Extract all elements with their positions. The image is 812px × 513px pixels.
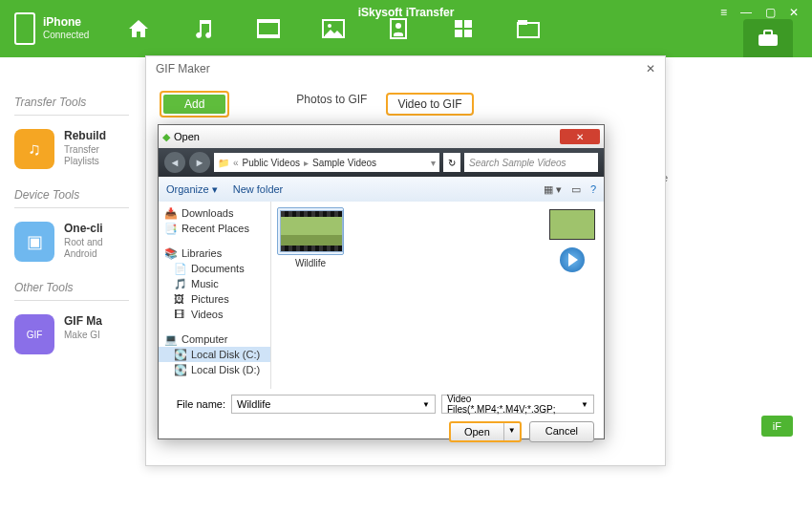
- video-icon[interactable]: [257, 17, 280, 40]
- dialog-close-button[interactable]: ✕: [560, 129, 600, 144]
- add-button[interactable]: Add: [160, 91, 229, 118]
- device-name: iPhone: [43, 15, 89, 29]
- svg-rect-7: [455, 20, 462, 28]
- sidebar-head-device: Device Tools: [14, 169, 129, 208]
- view-options-button[interactable]: ▦ ▾: [544, 183, 562, 196]
- create-gif-button[interactable]: iF: [761, 416, 793, 437]
- tree-documents[interactable]: 📄Documents: [159, 261, 270, 276]
- tree-music[interactable]: 🎵Music: [159, 276, 270, 291]
- modal-close-icon[interactable]: ✕: [646, 62, 655, 75]
- svg-rect-2: [258, 34, 279, 37]
- app-title: iSkysoft iTransfer: [358, 6, 455, 19]
- explorer-icon[interactable]: [517, 17, 540, 40]
- device-status: Connected: [43, 29, 89, 42]
- svg-rect-11: [518, 23, 539, 37]
- video-thumb-icon: [280, 210, 343, 252]
- sidebar-head-transfer: Transfer Tools: [14, 76, 129, 116]
- apps-icon[interactable]: [452, 17, 475, 40]
- file-wildlife[interactable]: Wildlife: [277, 207, 344, 268]
- tree-disk-c[interactable]: 💽Local Disk (C:): [159, 347, 270, 362]
- tree-videos[interactable]: 🎞Videos: [159, 307, 270, 322]
- cancel-button[interactable]: Cancel: [529, 421, 594, 442]
- sidebar: Transfer Tools ♫ Rebuild Transfer Playli…: [0, 76, 143, 354]
- play-button[interactable]: [560, 247, 585, 272]
- file-caption: Wildlife: [277, 258, 344, 268]
- file-list: Wildlife: [271, 202, 541, 389]
- preview-pane: [541, 202, 604, 389]
- music-icon[interactable]: [192, 17, 215, 40]
- sidebar-item-rebuild[interactable]: ♫ Rebuild Transfer Playlists: [14, 129, 129, 169]
- organize-menu[interactable]: Organize ▾: [166, 183, 218, 196]
- gifmaker-desc: Make GI: [64, 330, 102, 341]
- help-button[interactable]: ?: [590, 183, 596, 196]
- photo-icon[interactable]: [322, 17, 345, 40]
- filename-label: File name:: [168, 398, 225, 410]
- svg-rect-10: [464, 30, 472, 37]
- path-seg-1[interactable]: Public Videos: [243, 158, 300, 168]
- nav-tabs: [127, 17, 540, 40]
- oneclick-title: One-cli: [64, 222, 129, 235]
- home-icon[interactable]: [127, 17, 150, 40]
- toolbox-tab[interactable]: [743, 19, 793, 57]
- preview-pane-button[interactable]: ▭: [571, 183, 581, 196]
- preview-image: [549, 209, 595, 240]
- path-seg-2[interactable]: Sample Videos: [312, 158, 376, 168]
- open-title: Open: [174, 131, 200, 142]
- open-dialog: ◆ Open ✕ ◄ ► 📁 « Public Videos ▸ Sample …: [158, 124, 605, 439]
- tab-photos-to-gif[interactable]: Photos to GIF: [296, 93, 367, 116]
- app-badge-icon: ◆: [162, 131, 170, 143]
- folder-icon: 📁: [218, 158, 229, 168]
- open-button[interactable]: Open▼: [449, 421, 522, 442]
- rebuild-icon: ♫: [14, 129, 54, 169]
- svg-point-6: [395, 23, 401, 29]
- rebuild-desc: Transfer Playlists: [64, 144, 129, 167]
- gif-icon: GIF: [14, 314, 54, 354]
- menu-icon[interactable]: ≡: [716, 4, 731, 21]
- app-header: iSkysoft iTransfer ≡ — ▢ ✕ iPhone Connec…: [0, 0, 812, 57]
- nav-back-button[interactable]: ◄: [164, 152, 185, 173]
- rebuild-title: Rebuild: [64, 129, 129, 142]
- add-button-label: Add: [163, 95, 225, 114]
- tree-downloads[interactable]: 📥Downloads: [159, 205, 270, 221]
- filetype-select[interactable]: Video Files(*.MP4;*.M4V;*.3GP;▼: [441, 395, 594, 414]
- sidebar-item-oneclick[interactable]: ▣ One-cli Root and Android: [14, 222, 129, 262]
- oneclick-desc: Root and Android: [64, 237, 129, 260]
- svg-rect-14: [764, 31, 772, 35]
- tab-video-to-gif[interactable]: Video to GIF: [386, 93, 473, 116]
- svg-point-4: [328, 24, 331, 28]
- filename-input[interactable]: Wildlife▼: [231, 395, 436, 414]
- phone-icon: [14, 12, 35, 45]
- device-info: iPhone Connected: [14, 12, 89, 45]
- svg-rect-9: [455, 30, 462, 37]
- tree-pictures[interactable]: 🖼Pictures: [159, 291, 270, 307]
- sidebar-item-gifmaker[interactable]: GIF GIF Ma Make GI: [14, 314, 129, 354]
- modal-title: GIF Maker: [156, 62, 210, 75]
- breadcrumb[interactable]: 📁 « Public Videos ▸ Sample Videos ▾: [214, 153, 439, 172]
- contacts-icon[interactable]: [387, 17, 410, 40]
- nav-forward-button[interactable]: ►: [189, 152, 210, 173]
- gifmaker-title: GIF Ma: [64, 314, 102, 328]
- android-icon: ▣: [14, 222, 54, 262]
- svg-rect-1: [258, 20, 279, 23]
- svg-rect-12: [518, 20, 527, 25]
- svg-rect-8: [464, 20, 472, 28]
- tree-libraries[interactable]: 📚Libraries: [159, 246, 270, 261]
- new-folder-button[interactable]: New folder: [233, 183, 284, 195]
- folder-tree: 📥Downloads 📑Recent Places 📚Libraries 📄Do…: [159, 202, 271, 389]
- sidebar-head-other: Other Tools: [14, 262, 129, 301]
- tree-recent[interactable]: 📑Recent Places: [159, 221, 270, 236]
- refresh-button[interactable]: ↻: [443, 153, 460, 172]
- tree-disk-d[interactable]: 💽Local Disk (D:): [159, 362, 270, 377]
- search-input[interactable]: Search Sample Videos: [464, 153, 598, 172]
- tree-computer[interactable]: 💻Computer: [159, 331, 270, 347]
